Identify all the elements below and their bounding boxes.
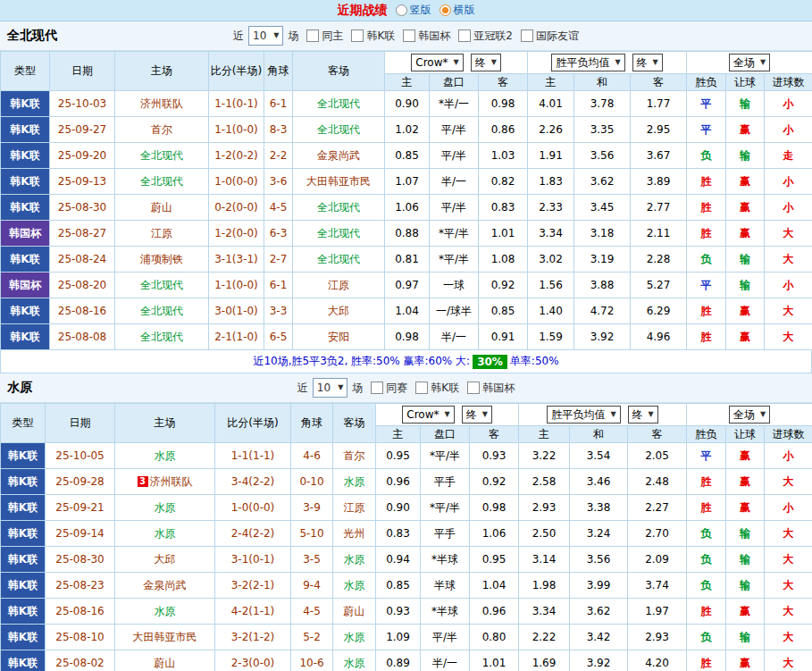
filter-option-label: 国际友谊 xyxy=(536,29,579,44)
home-team-link[interactable]: 蔚山 xyxy=(151,201,172,214)
away-team-link[interactable]: 全北现代 xyxy=(317,227,360,239)
filter-option[interactable]: 韩国杯 xyxy=(403,29,450,44)
league-type: 韩K联 xyxy=(1,195,50,221)
odds-source-select[interactable]: 全场▼ xyxy=(729,54,770,71)
home-team-link[interactable]: 浦项制铁 xyxy=(140,253,183,265)
sub-col-header: 和 xyxy=(574,74,631,91)
odds-source-select[interactable]: Crow*▼ xyxy=(411,54,463,71)
filter-option[interactable]: 同赛 xyxy=(371,381,407,396)
away-team-link[interactable]: 水原 xyxy=(344,553,365,566)
odds-source-select[interactable]: 终▼ xyxy=(462,406,492,424)
filter-option[interactable]: 国际友谊 xyxy=(521,29,579,44)
away-team-link[interactable]: 江原 xyxy=(328,279,349,291)
home-team: 水原 xyxy=(115,599,215,625)
away-team-link[interactable]: 全北现代 xyxy=(317,253,360,265)
away-team: 全北现代 xyxy=(293,117,385,143)
away-team-link[interactable]: 安阳 xyxy=(328,331,349,343)
checkbox-icon[interactable] xyxy=(458,29,471,42)
away-team-link[interactable]: 水原 xyxy=(344,657,365,669)
home-team-link[interactable]: 金泉尚武 xyxy=(144,579,187,591)
home-team-link[interactable]: 济州联队 xyxy=(140,97,183,110)
away-team-link[interactable]: 首尔 xyxy=(344,449,365,462)
corner-score: 5-10 xyxy=(291,521,333,547)
red-card-badge: 3 xyxy=(138,476,148,487)
filter-option[interactable]: 韩国杯 xyxy=(467,381,515,396)
away-team-link[interactable]: 水原 xyxy=(344,579,365,591)
checkbox-icon[interactable] xyxy=(467,382,480,394)
away-team-link[interactable]: 水原 xyxy=(344,631,365,643)
checkbox-icon[interactable] xyxy=(403,29,415,42)
home-team-link[interactable]: 全北现代 xyxy=(140,305,183,317)
away-win-odds: 6.29 xyxy=(631,298,687,324)
filter-option[interactable]: 同主 xyxy=(306,29,343,44)
away-team-link[interactable]: 光州 xyxy=(344,527,365,540)
home-team-link[interactable]: 大田韩亚市民 xyxy=(133,631,197,643)
away-win-odds: 2.27 xyxy=(628,495,687,521)
asian-home-odds: 0.90 xyxy=(376,495,421,521)
away-team-link[interactable]: 金泉尚武 xyxy=(317,149,360,162)
checkbox-icon[interactable] xyxy=(351,29,364,42)
odds-source-select[interactable]: 终▼ xyxy=(628,406,658,424)
league-type: 韩国杯 xyxy=(1,221,50,247)
draw-odds: 3.38 xyxy=(570,495,628,521)
home-team-link[interactable]: 全北现代 xyxy=(140,149,183,162)
away-team-link[interactable]: 大田韩亚市民 xyxy=(306,175,371,188)
goals-result: 大 xyxy=(765,298,812,324)
odds-source-select[interactable]: 全场▼ xyxy=(729,406,770,424)
draw-odds: 3.62 xyxy=(570,599,628,625)
filter-option[interactable]: 韩K联 xyxy=(415,381,459,396)
checkbox-icon[interactable] xyxy=(521,29,533,42)
league-type: 韩K联 xyxy=(1,573,46,599)
corner-score: 4-6 xyxy=(291,443,333,469)
draw-odds: 3.62 xyxy=(574,169,631,195)
col-header-away: 客场 xyxy=(333,404,376,443)
odds-source-select[interactable]: Crow*▼ xyxy=(402,406,454,424)
away-team-link[interactable]: 水原 xyxy=(344,475,365,488)
odds-source-select[interactable]: 终▼ xyxy=(632,54,663,71)
recent-count-select[interactable]: 10▼ xyxy=(248,26,283,46)
summary-segment: 近10场,胜5平3负2, 胜率:50% 赢率:60% 大: xyxy=(253,354,470,369)
odds-source-select[interactable]: 胜平负均值▼ xyxy=(547,406,620,424)
sub-col-header: 主 xyxy=(385,74,430,91)
odds-source-select[interactable]: 终▼ xyxy=(471,54,501,71)
home-team-link[interactable]: 水原 xyxy=(155,449,176,462)
away-team: 江原 xyxy=(293,273,385,298)
away-team-link[interactable]: 全北现代 xyxy=(317,201,360,214)
away-team-link[interactable]: 江原 xyxy=(344,501,365,514)
checkbox-icon[interactable] xyxy=(415,382,428,394)
away-team-link[interactable]: 蔚山 xyxy=(344,605,365,617)
odds-source-select[interactable]: 胜平负均值▼ xyxy=(551,54,624,71)
match-score: 3-2(2-1) xyxy=(215,573,291,599)
home-win-odds: 3.34 xyxy=(519,599,570,625)
away-team-link[interactable]: 全北现代 xyxy=(317,97,360,110)
home-team-link[interactable]: 水原 xyxy=(155,501,176,514)
team-name: 全北现代 xyxy=(7,28,57,44)
odds-select-group-1: Crow*▼终▼ xyxy=(376,404,519,426)
home-team-link[interactable]: 大邱 xyxy=(155,553,176,566)
home-team-link[interactable]: 蔚山 xyxy=(155,657,176,669)
home-team-link[interactable]: 水原 xyxy=(155,527,176,540)
home-team-link[interactable]: 水原 xyxy=(155,605,176,617)
away-team-link[interactable]: 大邱 xyxy=(328,305,349,317)
checkbox-icon[interactable] xyxy=(371,382,383,394)
radio-selected-icon[interactable] xyxy=(439,4,451,16)
asian-handicap: 平/半 xyxy=(430,117,479,143)
home-team-link[interactable]: 全北现代 xyxy=(140,279,183,291)
home-team-link[interactable]: 全北现代 xyxy=(140,175,183,188)
layout-option-horizontal[interactable]: 横版 xyxy=(439,3,475,18)
filter-option[interactable]: 韩K联 xyxy=(351,29,395,44)
layout-option-vertical[interactable]: 竖版 xyxy=(396,3,431,18)
table-row: 韩K联25-08-02蔚山2-3(0-0)10-6水原0.89半/一1.011.… xyxy=(1,650,812,671)
radio-unselected-icon[interactable] xyxy=(396,4,407,16)
home-team-link[interactable]: 全北现代 xyxy=(140,331,183,343)
checkbox-icon[interactable] xyxy=(306,29,319,42)
away-team-link[interactable]: 全北现代 xyxy=(317,123,360,136)
recent-count-select[interactable]: 10▼ xyxy=(313,378,347,398)
asian-handicap: 平/半 xyxy=(430,143,479,169)
asian-away-odds: 1.04 xyxy=(470,573,519,599)
home-team-link[interactable]: 济州联队 xyxy=(150,475,193,488)
home-team-link[interactable]: 江原 xyxy=(151,227,172,239)
home-team-link[interactable]: 首尔 xyxy=(151,123,172,136)
table-row: 韩K联25-08-30大邱3-1(0-1)3-5水原0.94*半球0.953.1… xyxy=(1,547,812,573)
filter-option[interactable]: 亚冠联2 xyxy=(458,29,513,44)
